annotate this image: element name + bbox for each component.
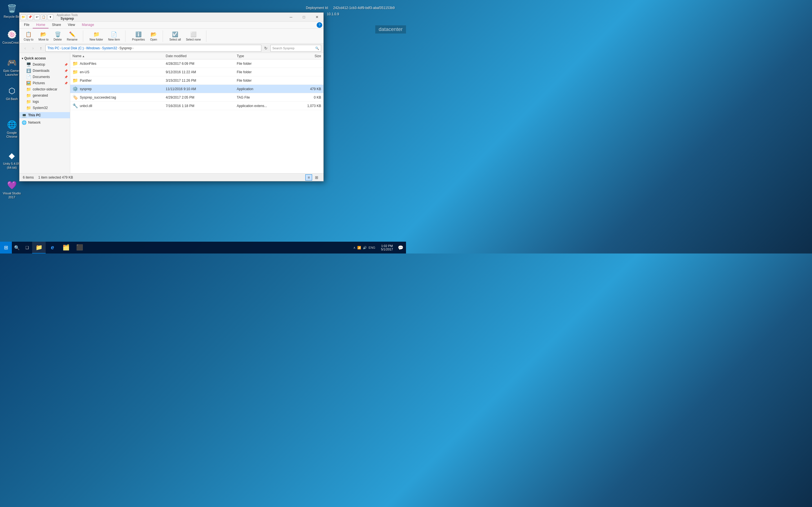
forward-button[interactable]: › (30, 45, 36, 52)
properties-btn[interactable]: ℹ️ Properties (130, 31, 147, 42)
address-bar[interactable]: This PC › Local Disk (C:) › Windows › Sy… (45, 45, 261, 52)
breadcrumb-system32[interactable]: System32 (102, 46, 117, 50)
file-row-unbcl-dll[interactable]: 🔧 unbcl.dll 7/16/2016 1:18 PM Applicatio… (70, 102, 323, 110)
col-type-label: Type (237, 54, 244, 58)
sidebar-item-system32[interactable]: 📁 System32 (19, 105, 70, 111)
move-to-btn[interactable]: 📂 Move to (36, 31, 50, 42)
sidebar-label-generated: generated (33, 94, 48, 98)
volume-icon[interactable]: 🔊 (363, 246, 367, 249)
file-cell-name-panther: 📁 Panther (70, 77, 163, 84)
navigation-bar: ‹ › ↑ This PC › Local Disk (C:) › Window… (19, 44, 323, 53)
icon-image-epic-games: 🎮 (7, 57, 17, 68)
network-icon[interactable]: 📶 (357, 246, 361, 249)
col-name[interactable]: Name ▲ (70, 53, 163, 59)
maximize-button[interactable]: □ (297, 13, 310, 22)
file-name-action-files: ActionFiles (80, 62, 96, 66)
qat-more-btn[interactable]: ▾ (48, 14, 53, 20)
sidebar-item-network[interactable]: 🌐 Network (19, 119, 70, 126)
large-icons-view-btn[interactable]: ⊞ (313, 174, 320, 180)
tab-share[interactable]: Share (49, 22, 64, 29)
taskbar-file-explorer[interactable]: 📁 (32, 242, 46, 253)
desktop-icon-sidebar: 🖥️ (26, 62, 31, 67)
taskbar-edge[interactable]: e (46, 242, 59, 253)
rename-btn[interactable]: ✏️ Rename (65, 31, 80, 42)
file-row-sysprep-tag[interactable]: 🏷️ Sysprep_succeeded.tag 4/29/2017 2:05 … (70, 93, 323, 102)
breadcrumb-this-pc[interactable]: This PC (47, 46, 59, 50)
sidebar-item-documents[interactable]: 📄 Documents 📌 (19, 74, 70, 80)
sidebar-item-desktop[interactable]: 🖥️ Desktop 📌 (19, 61, 70, 68)
file-cell-size-unbcl-dll: 1,073 KB (283, 103, 323, 109)
taskbar: ⊞ 🔍 ❑ 📁 e 🗂️ ⬛ ∧ 📶 🔊 ENG 1:02 PM 5/1/201… (0, 242, 406, 253)
select-none-btn[interactable]: ⬜ Select none (184, 31, 203, 42)
close-button[interactable]: ✕ (310, 13, 323, 22)
qat-pin-btn[interactable]: 📌 (28, 14, 33, 20)
file-row-sysprep[interactable]: ⚙️ sysprep 11/11/2016 9:10 AM Applicatio… (70, 85, 323, 93)
file-cell-date-en-us: 9/12/2016 11:22 AM (163, 69, 235, 75)
quick-access-section[interactable]: ▾ Quick access (19, 55, 70, 61)
qat-folder-btn[interactable]: 📁 (20, 14, 26, 20)
selected-info: 1 item selected 479 KB (38, 175, 73, 179)
qat-new-btn[interactable]: 📋 (41, 14, 47, 20)
clock[interactable]: 1:02 PM 5/1/2017 (378, 242, 395, 253)
tab-view[interactable]: View (64, 22, 79, 29)
file-row-panther[interactable]: 📁 Panther 3/15/2017 11:26 PM File folder (70, 76, 323, 85)
details-view-btn[interactable]: ≡ (305, 174, 312, 180)
icon-image-vs2017: 💜 (7, 180, 17, 190)
show-hidden-icon[interactable]: ∧ (353, 246, 356, 249)
help-button[interactable]: ? (317, 22, 322, 28)
file-row-en-us[interactable]: 📁 en-US 9/12/2016 11:22 AM File folder (70, 68, 323, 76)
start-button[interactable]: ⊞ (0, 242, 12, 253)
sidebar-label-this-pc: This PC (28, 113, 41, 117)
file-list-header: Name ▲ Date modified Type Size (70, 53, 323, 59)
sidebar-item-this-pc[interactable]: 💻 This PC (19, 112, 70, 118)
col-date[interactable]: Date modified (163, 53, 235, 59)
task-view-button[interactable]: ❑ (22, 242, 32, 253)
desktop-icon-vs2017[interactable]: 💜 Visual Studio 2017 (1, 179, 23, 201)
sidebar-item-collector[interactable]: 📁 collector-sidecar (19, 86, 70, 93)
copy-to-btn[interactable]: 📋 Copy to (22, 31, 35, 42)
breadcrumb-windows[interactable]: Windows (86, 46, 100, 50)
file-icon-unbcl-dll: 🔧 (72, 103, 78, 108)
open-btn[interactable]: 📂 Open (148, 31, 159, 42)
sidebar-item-pictures[interactable]: 🖼️ Pictures 📌 (19, 80, 70, 86)
col-size-label: Size (315, 54, 321, 58)
delete-btn[interactable]: 🗑️ Delete (52, 31, 64, 42)
col-size[interactable]: Size (283, 53, 323, 59)
file-cell-type-sysprep-tag: TAG File (235, 95, 283, 100)
file-row-action-files[interactable]: 📁 ActionFiles 4/28/2017 6:09 PM File fol… (70, 59, 323, 68)
deployment-id-value: 242cd412-1cb3-4df9-bdf3-abaf351153b9 (333, 5, 395, 11)
search-taskbar-icon: 🔍 (14, 245, 20, 250)
minimize-button[interactable]: ─ (285, 13, 297, 22)
sidebar-item-logs[interactable]: 📁 logs (19, 99, 70, 105)
qat-undo-btn[interactable]: ↩ (34, 14, 40, 20)
sidebar-item-downloads[interactable]: ⬇️ Downloads 📌 (19, 68, 70, 74)
internal-ip-value: 10.1.0.9 (327, 11, 339, 17)
up-button[interactable]: ↑ (38, 45, 44, 52)
notifications-button[interactable]: 💬 (396, 242, 405, 253)
col-type[interactable]: Type (235, 53, 283, 59)
icon-image-google-chrome: 🌐 (7, 119, 17, 129)
taskbar-folder[interactable]: 🗂️ (59, 242, 73, 253)
window-title: Sysprep (61, 17, 74, 20)
sidebar-label-desktop: Desktop (33, 62, 45, 66)
breadcrumb-local-disk[interactable]: Local Disk (C:) (62, 46, 84, 50)
new-folder-btn[interactable]: 📁 New folder (88, 31, 105, 42)
tab-manage[interactable]: Manage (79, 22, 97, 29)
clock-time: 1:02 PM (381, 244, 393, 247)
language-indicator[interactable]: ENG (368, 246, 375, 249)
sidebar: ▾ Quick access 🖥️ Desktop 📌 ⬇️ Downloads… (19, 53, 70, 173)
refresh-button[interactable]: ↻ (262, 45, 269, 52)
taskbar-cmd[interactable]: ⬛ (73, 242, 86, 253)
tab-home[interactable]: Home (33, 22, 49, 29)
icon-label-recycle-bin: Recycle Bin (4, 15, 20, 18)
sidebar-item-generated[interactable]: 📁 generated (19, 93, 70, 99)
back-button[interactable]: ‹ (22, 45, 29, 52)
sidebar-label-downloads: Downloads (33, 69, 49, 73)
search-box[interactable]: Search Sysprep 🔍 (270, 45, 321, 52)
new-item-btn[interactable]: 📄 New item (106, 31, 122, 42)
search-button[interactable]: 🔍 (12, 242, 22, 253)
notification-icon: 💬 (398, 245, 403, 250)
pictures-pin-icon: 📌 (64, 82, 68, 85)
select-all-btn[interactable]: ☑️ Select all (167, 31, 183, 42)
tab-file[interactable]: File (20, 22, 33, 29)
